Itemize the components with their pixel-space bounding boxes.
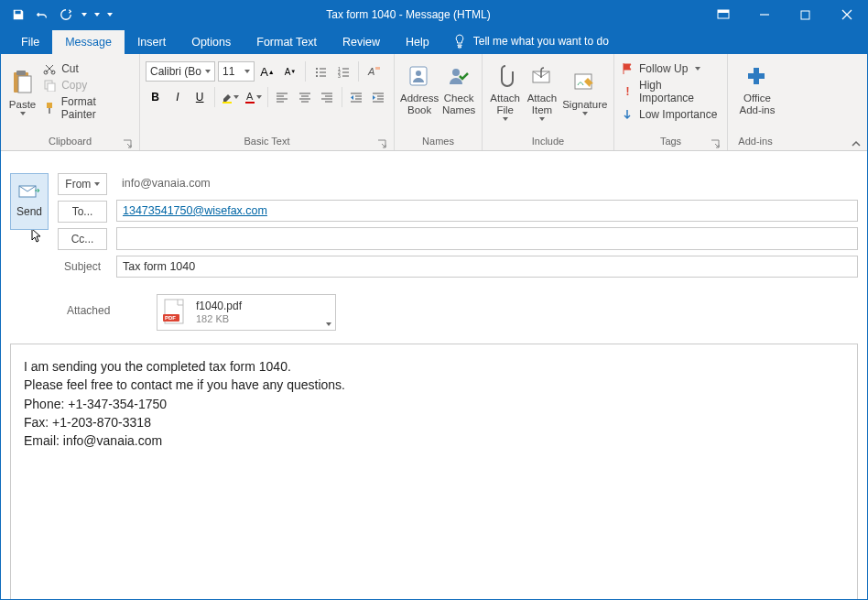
redo-icon[interactable]: [56, 5, 76, 25]
message-body[interactable]: I am sending you the completed tax form …: [10, 344, 858, 600]
highlight-button[interactable]: [220, 87, 240, 107]
quick-access-toolbar: [1, 5, 114, 25]
arrow-down-icon: [622, 108, 634, 121]
dialog-launcher-icon[interactable]: [377, 139, 386, 148]
align-center-button[interactable]: [295, 87, 314, 107]
font-size-select[interactable]: 11: [218, 61, 255, 82]
align-left-button[interactable]: [273, 87, 292, 107]
font-name-select[interactable]: Calibri (Bo: [146, 61, 215, 82]
qat-dropdown-icon[interactable]: [92, 5, 102, 25]
window-title: Tax form 1040 - Message (HTML): [114, 8, 702, 21]
svg-point-15: [316, 68, 318, 70]
collapse-ribbon-icon[interactable]: [851, 139, 862, 148]
follow-up-button[interactable]: Follow Up: [620, 61, 722, 76]
svg-text:A: A: [246, 91, 254, 102]
check-names-button[interactable]: Check Names: [441, 58, 476, 115]
svg-rect-31: [245, 102, 255, 104]
grow-font-button[interactable]: A▲: [257, 61, 277, 82]
maximize-icon[interactable]: [785, 1, 826, 28]
svg-point-54: [452, 69, 460, 76]
copy-button[interactable]: Copy: [41, 78, 134, 93]
tell-me[interactable]: Tell me what you want to do: [442, 34, 620, 54]
ribbon-display-icon[interactable]: [702, 1, 743, 28]
tab-message[interactable]: Message: [52, 30, 125, 54]
clear-formatting-button[interactable]: A: [363, 61, 384, 82]
svg-rect-13: [47, 103, 52, 108]
svg-point-17: [316, 71, 318, 73]
cc-field[interactable]: [116, 227, 858, 250]
dialog-launcher-icon[interactable]: [711, 139, 720, 148]
underline-button[interactable]: U: [190, 87, 210, 107]
subject-field[interactable]: Tax form 1040: [116, 256, 858, 278]
address-book-button[interactable]: Address Book: [400, 58, 439, 115]
attachment-dropdown-icon[interactable]: [326, 322, 331, 326]
recipient-chip[interactable]: 13473541750@wisefax.com: [123, 204, 267, 217]
cursor-icon: [31, 228, 44, 245]
cc-button[interactable]: Cc...: [58, 228, 107, 250]
tab-file[interactable]: File: [8, 30, 52, 54]
to-field[interactable]: 13473541750@wisefax.com: [116, 200, 858, 223]
numbering-button[interactable]: 123: [333, 61, 353, 82]
svg-rect-7: [16, 71, 26, 75]
cut-button[interactable]: Cut: [41, 61, 134, 76]
tab-options[interactable]: Options: [179, 30, 244, 54]
compose-header: Send From To... Cc... Subject info@vanai…: [1, 151, 867, 287]
tab-review[interactable]: Review: [330, 30, 393, 54]
svg-rect-3: [801, 11, 809, 19]
attachment-size: 182 KB: [196, 313, 242, 325]
scissors-icon: [43, 62, 56, 75]
body-line: Email: info@vanaia.com: [24, 431, 844, 450]
paste-button[interactable]: Paste: [6, 64, 38, 115]
font-color-button[interactable]: A: [243, 87, 263, 107]
attach-item-button[interactable]: Attach Item: [525, 58, 559, 121]
group-tags: Follow Up !High Importance Low Importanc…: [614, 54, 728, 150]
envelope-send-icon: [18, 185, 40, 200]
shrink-font-button[interactable]: A▼: [280, 61, 300, 82]
minimize-icon[interactable]: [743, 1, 785, 28]
ribbon-tabs: File Message Insert Options Format Text …: [1, 28, 867, 54]
tab-help[interactable]: Help: [393, 30, 442, 54]
close-icon[interactable]: [826, 1, 867, 28]
save-icon[interactable]: [8, 5, 28, 25]
exclamation-icon: !: [622, 85, 634, 98]
tab-insert[interactable]: Insert: [125, 30, 179, 54]
format-painter-button[interactable]: Format Painter: [41, 94, 134, 122]
svg-text:PDF: PDF: [165, 315, 176, 321]
undo-icon[interactable]: [32, 5, 52, 25]
flag-icon: [622, 62, 634, 75]
tab-format-text[interactable]: Format Text: [244, 30, 330, 54]
pdf-icon: PDF: [163, 298, 189, 327]
from-value: info@vanaia.com: [116, 173, 858, 194]
attach-file-button[interactable]: Attach File: [488, 58, 522, 121]
qat-dropdown-icon[interactable]: [80, 5, 89, 25]
signature-button[interactable]: Signature: [562, 64, 608, 115]
ribbon: Paste Cut Copy Format Painter Clipboard …: [1, 54, 867, 151]
dialog-launcher-icon[interactable]: [123, 139, 132, 148]
group-addins: Office Add-ins Add-ins: [728, 54, 783, 150]
group-names: Address Book Check Names Names: [395, 54, 483, 150]
office-addins-button[interactable]: Office Add-ins: [733, 58, 781, 115]
from-button[interactable]: From: [58, 173, 107, 195]
italic-button[interactable]: I: [168, 87, 187, 107]
lightbulb-icon: [453, 34, 466, 49]
high-importance-button[interactable]: !High Importance: [620, 78, 722, 105]
increase-indent-button[interactable]: [369, 87, 388, 107]
svg-point-19: [316, 75, 318, 77]
send-button[interactable]: Send: [10, 173, 49, 230]
svg-rect-29: [222, 102, 232, 104]
align-right-button[interactable]: [317, 87, 336, 107]
to-button[interactable]: To...: [58, 201, 107, 223]
group-include: Attach File Attach Item Signature Includ…: [483, 54, 614, 150]
qat-customize-icon[interactable]: [105, 5, 114, 25]
group-basic-text: Calibri (Bo 11 A▲ A▼ 123 A B I U A: [140, 54, 395, 150]
svg-rect-12: [48, 83, 55, 92]
window-controls: [702, 1, 867, 28]
body-line: Fax: +1-203-870-3318: [24, 413, 844, 431]
low-importance-button[interactable]: Low Importance: [620, 107, 722, 122]
svg-text:3: 3: [338, 73, 341, 78]
attachment-row: Attached PDF f1040.pdf 182 KB: [1, 287, 867, 334]
attachment-chip[interactable]: PDF f1040.pdf 182 KB: [157, 294, 336, 331]
bullets-button[interactable]: [310, 61, 331, 82]
bold-button[interactable]: B: [146, 87, 165, 107]
decrease-indent-button[interactable]: [347, 87, 366, 107]
